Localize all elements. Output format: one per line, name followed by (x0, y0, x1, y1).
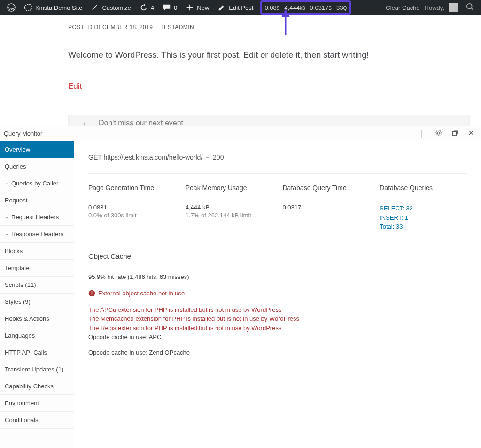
db-total-link[interactable]: Total: 33 (380, 222, 458, 232)
opcode-cache-list: Opcode cache in use: APCOpcode cache in … (88, 333, 467, 356)
gauge-icon (24, 3, 32, 12)
card-title: Peak Memory Usage (186, 184, 264, 192)
edit-label: Edit Post (229, 4, 253, 11)
qm-nav-item[interactable]: Request Headers (0, 209, 74, 226)
plus-icon (186, 3, 194, 12)
edit-post-link[interactable]: Edit Post (214, 0, 256, 15)
card-value: 0.0831 (88, 204, 166, 211)
query-monitor-adminbar[interactable]: 0.08S 4,444kB 0.0317S 33Q (260, 0, 351, 15)
qm-db-time: 0.0317S (310, 4, 332, 11)
cache-notice: The Redis extension for PHP is installed… (88, 324, 467, 333)
site-name-label: Kinsta Demo Site (35, 4, 82, 11)
new-label: New (197, 4, 209, 11)
qm-nav-item[interactable]: Response Headers (0, 226, 74, 243)
qm-overview: GET https://test.kinsta.com/hello-world/… (74, 141, 481, 448)
updates-count: 4 (151, 4, 154, 11)
qm-nav-item[interactable]: Capability Checks (0, 378, 74, 395)
site-name[interactable]: Kinsta Demo Site (21, 0, 85, 15)
qm-nav-item[interactable]: Queries by Caller (0, 175, 74, 192)
avatar[interactable] (449, 3, 458, 12)
qm-nav-item[interactable]: Scripts (11) (0, 277, 74, 294)
pencil-icon (217, 3, 226, 12)
qm-nav-item[interactable]: Blocks (0, 243, 74, 260)
qm-time: 0.08S (264, 4, 279, 11)
object-cache-hitrate: 95.9% hit rate (1,486 hits, 63 misses) (88, 273, 467, 280)
post-date-link[interactable]: POSTED DECEMBER 18, 2019 (68, 24, 153, 31)
svg-rect-4 (452, 131, 456, 135)
object-cache-section: Object Cache 95.9% hit rate (1,486 hits,… (88, 252, 467, 356)
svg-rect-7 (92, 294, 93, 295)
qm-nav-item[interactable]: Overview (0, 141, 74, 158)
cache-notice: The Memcached extension for PHP is insta… (88, 314, 467, 324)
qm-title: Query Monitor (4, 130, 42, 137)
card-page-generation: Page Generation Time 0.0831 0.0% of 300s… (88, 184, 176, 243)
object-cache-notices: The APCu extension for PHP is installed … (88, 305, 467, 333)
opcode-cache-line: Opcode cache in use: Zend OPcache (88, 349, 467, 356)
card-db-queries: Database Queries SELECT: 32 INSERT: 1 To… (370, 184, 467, 243)
customize-label: Customize (102, 4, 131, 11)
qm-header: Query Monitor (0, 126, 481, 141)
qm-nav-item[interactable]: Conditionals (0, 412, 74, 429)
svg-point-2 (467, 3, 472, 8)
brush-icon (91, 3, 99, 12)
card-value: 4,444 kB (186, 204, 264, 211)
post-edit-link[interactable]: Edit (68, 82, 82, 91)
card-peak-memory: Peak Memory Usage 4,444 kB 1.7% of 262,1… (176, 184, 273, 243)
object-cache-title: Object Cache (88, 252, 467, 260)
post-body: Welcome to WordPress. This is your first… (68, 50, 470, 60)
popout-icon[interactable] (450, 129, 460, 139)
qm-nav-item[interactable]: Hooks & Actions (0, 310, 74, 327)
svg-point-1 (25, 4, 31, 11)
card-title: Database Queries (380, 184, 458, 192)
qm-nav-item[interactable]: Template (0, 260, 74, 277)
refresh-icon (140, 3, 148, 12)
post-content: POSTED DECEMBER 18, 2019 TESTADMIN Welco… (0, 15, 481, 132)
qm-nav-item[interactable]: HTTP API Calls (0, 344, 74, 361)
opcode-cache-line: Opcode cache in use: APC (88, 333, 467, 340)
qm-request-line: GET https://test.kinsta.com/hello-world/… (88, 154, 467, 174)
card-title: Database Query Time (283, 184, 361, 192)
wordpress-icon (7, 3, 16, 12)
cache-notice: The APCu extension for PHP is installed … (88, 305, 467, 315)
wp-admin-bar: Kinsta Demo Site Customize 4 0 New Edit … (0, 0, 481, 15)
qm-nav-item[interactable]: Environment (0, 395, 74, 412)
card-title: Page Generation Time (88, 184, 166, 192)
card-db-time: Database Query Time 0.0317 (273, 184, 371, 243)
customize-link[interactable]: Customize (87, 0, 134, 15)
card-value: 0.0317 (283, 204, 361, 211)
updates-link[interactable]: 4 (136, 0, 157, 15)
qm-nav-item[interactable]: Languages (0, 327, 74, 344)
qm-queries: 33Q (336, 4, 347, 11)
svg-rect-6 (92, 291, 93, 294)
card-sub: 1.7% of 262,144 kB limit (186, 212, 264, 219)
db-insert-link[interactable]: INSERT: 1 (380, 213, 458, 223)
clear-cache-link[interactable]: Clear Cache (386, 4, 419, 11)
post-author-link[interactable]: TESTADMIN (160, 24, 194, 31)
object-cache-warning: External object cache not in use (88, 290, 467, 297)
alert-icon (88, 290, 95, 297)
wp-logo[interactable] (4, 0, 19, 15)
post-meta: POSTED DECEMBER 18, 2019 TESTADMIN (68, 23, 470, 31)
qm-memory: 4,444kB (284, 4, 305, 11)
qm-nav-item[interactable]: Request (0, 192, 74, 209)
qm-nav-item[interactable]: Transient Updates (1) (0, 361, 74, 378)
howdy-link[interactable]: Howdy, (425, 4, 444, 11)
search-icon[interactable] (463, 3, 477, 13)
card-sub: 0.0% of 300s limit (88, 212, 166, 219)
db-select-link[interactable]: SELECT: 32 (380, 204, 458, 213)
qm-nav-item[interactable]: Queries (0, 158, 74, 175)
gear-icon[interactable] (433, 129, 444, 139)
qm-sidebar: OverviewQueriesQueries by CallerRequestR… (0, 141, 74, 448)
close-icon[interactable] (466, 129, 476, 139)
warning-label: External object cache not in use (98, 290, 185, 297)
new-link[interactable]: New (182, 0, 212, 15)
qm-nav-item[interactable]: Styles (9) (0, 294, 74, 310)
comment-icon (163, 3, 171, 12)
query-monitor-panel: Query Monitor OverviewQueriesQueries by … (0, 126, 481, 448)
comments-link[interactable]: 0 (159, 0, 180, 15)
comments-count: 0 (174, 4, 177, 11)
